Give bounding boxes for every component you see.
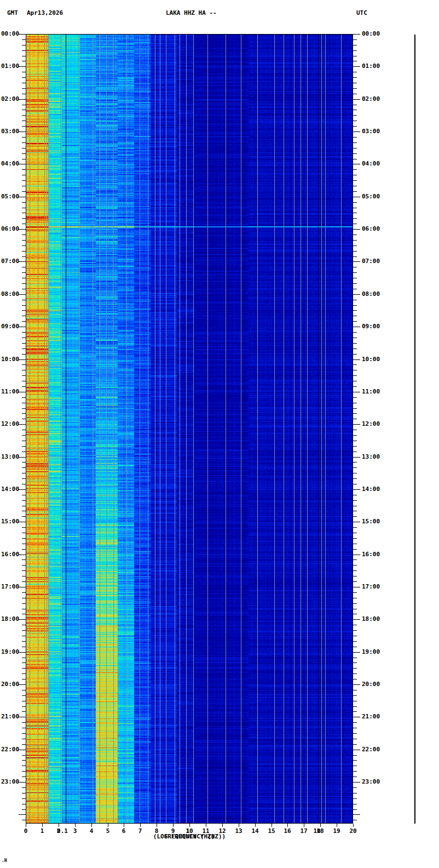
axis-tick [22, 105, 26, 105]
x-axis-title-log: (LOG FREQUENCY (HZ)) [153, 833, 226, 840]
time-label-left: 21:00 [1, 713, 19, 720]
axis-tick [353, 473, 357, 473]
axis-tick [353, 386, 357, 387]
axis-tick [353, 793, 357, 793]
axis-tick [22, 343, 26, 344]
axis-tick [353, 478, 357, 479]
time-label-left: 07:00 [1, 258, 19, 265]
time-label-left: 09:00 [1, 323, 19, 330]
axis-tick [22, 793, 26, 793]
axis-tick [353, 555, 360, 555]
axis-tick [22, 565, 26, 566]
time-label-left: 01:00 [1, 63, 19, 70]
axis-tick [19, 750, 26, 750]
time-label-right: 17:00 [362, 584, 380, 590]
axis-tick [189, 824, 190, 827]
axis-tick [222, 824, 223, 827]
time-label-left: 00:00 [1, 31, 19, 37]
axis-tick [22, 180, 26, 181]
axis-tick [22, 316, 26, 316]
freq-tick-label: 0 [24, 828, 28, 835]
time-label-left: 02:00 [1, 96, 19, 102]
axis-tick [22, 636, 26, 636]
axis-tick [22, 430, 26, 430]
axis-tick [353, 771, 357, 772]
axis-tick [22, 658, 26, 658]
axis-tick [353, 673, 357, 674]
axis-tick [353, 511, 357, 511]
axis-tick [353, 435, 357, 436]
axis-tick [353, 728, 357, 728]
axis-tick [353, 375, 357, 376]
freq-tick-label: 4 [90, 828, 94, 835]
axis-tick [353, 88, 357, 89]
axis-tick [353, 94, 357, 94]
axis-tick [22, 733, 26, 734]
axis-tick [22, 413, 26, 414]
axis-tick [19, 814, 26, 815]
axis-tick [22, 452, 26, 452]
axis-tick [353, 153, 357, 154]
axis-tick [22, 690, 26, 690]
axis-tick [353, 359, 360, 360]
axis-tick [353, 321, 357, 322]
axis-tick [353, 197, 360, 197]
axis-tick [353, 787, 357, 788]
axis-tick [353, 419, 357, 419]
time-label-right: 04:00 [362, 161, 380, 167]
axis-tick [22, 218, 26, 219]
time-label-left: 10:00 [1, 356, 19, 363]
axis-tick [22, 787, 26, 788]
freq-tick-label: 15 [268, 828, 275, 835]
axis-tick [353, 77, 357, 78]
axis-tick [353, 733, 357, 734]
axis-tick [19, 34, 26, 35]
freq-tick-label: 3 [73, 828, 77, 835]
axis-tick [353, 776, 357, 777]
axis-tick [19, 652, 26, 653]
time-label-right: 14:00 [362, 486, 380, 493]
axis-tick [22, 240, 26, 241]
axis-tick [353, 587, 360, 587]
axis-tick [22, 673, 26, 674]
axis-tick [22, 478, 26, 479]
station-title: LAKA HHZ HA -- [166, 10, 217, 16]
axis-tick [22, 272, 26, 273]
axis-tick [353, 739, 357, 739]
axis-tick [353, 272, 357, 273]
freq-tick-label: 20 [349, 828, 356, 835]
axis-tick [22, 538, 26, 539]
time-label-right: 16:00 [362, 551, 380, 558]
axis-tick [22, 175, 26, 175]
axis-tick [353, 538, 357, 539]
axis-tick [353, 658, 357, 658]
axis-tick [353, 522, 360, 522]
freq-tick-label: 13 [235, 828, 242, 835]
time-label-left: 06:00 [1, 226, 19, 232]
time-label-right: 07:00 [362, 258, 380, 265]
axis-tick [22, 549, 26, 550]
freq-tick-label: 17 [300, 828, 307, 835]
axis-tick [22, 663, 26, 663]
axis-tick [353, 668, 357, 669]
axis-tick [353, 137, 357, 138]
axis-tick [22, 630, 26, 631]
axis-tick [22, 527, 26, 528]
axis-tick [353, 684, 360, 685]
axis-tick [22, 766, 26, 766]
axis-tick [353, 115, 357, 116]
axis-tick [353, 45, 357, 45]
axis-tick [304, 824, 304, 827]
axis-tick [26, 824, 26, 827]
time-label-left: 20:00 [1, 681, 19, 688]
time-label-left: 05:00 [1, 193, 19, 200]
axis-tick [353, 202, 357, 203]
axis-tick [353, 533, 357, 533]
axis-tick [19, 782, 26, 783]
axis-tick [353, 750, 360, 750]
timezone-right-label: UTC [356, 10, 367, 16]
axis-tick [22, 121, 26, 121]
axis-tick [353, 224, 357, 224]
time-label-left: 23:00 [1, 779, 19, 785]
time-label-right: 02:00 [362, 96, 380, 102]
